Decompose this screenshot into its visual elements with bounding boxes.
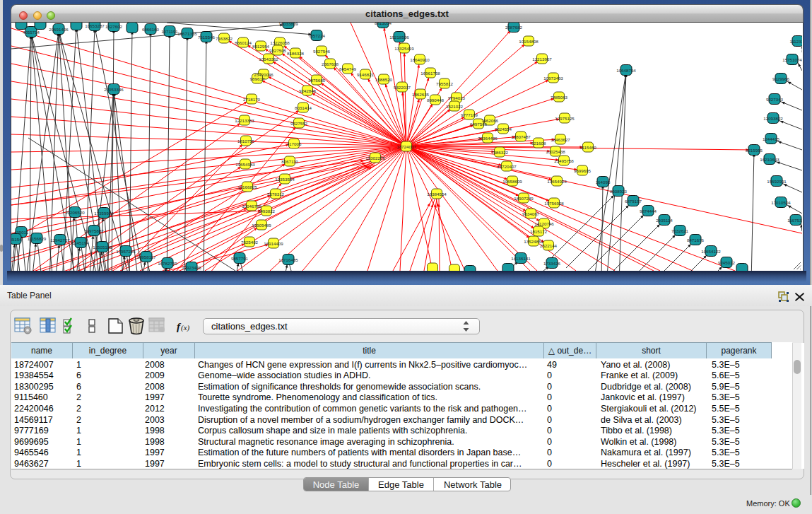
svg-text:17957225: 17957225 [116, 249, 136, 254]
svg-text:1145194: 1145194 [72, 240, 89, 245]
svg-text:12975125: 12975125 [555, 116, 575, 121]
svg-text:20691406: 20691406 [49, 27, 69, 32]
svg-text:13325419: 13325419 [394, 46, 414, 51]
svg-text:18724007: 18724007 [396, 144, 416, 149]
svg-text:12505135: 12505135 [93, 245, 112, 250]
svg-text:16210643: 16210643 [760, 157, 779, 162]
svg-text:8990448: 8990448 [427, 98, 445, 103]
svg-text:10648764: 10648764 [616, 68, 636, 73]
svg-text:17010504: 17010504 [771, 200, 791, 205]
svg-text:20053346: 20053346 [104, 87, 124, 92]
svg-text:12093822: 12093822 [763, 116, 783, 121]
svg-text:19218506: 19218506 [389, 35, 409, 40]
svg-text:7357224: 7357224 [308, 33, 326, 38]
svg-text:10653287: 10653287 [85, 23, 105, 28]
svg-text:7986322: 7986322 [491, 150, 509, 155]
svg-text:10658609: 10658609 [502, 179, 522, 184]
svg-text:6879197: 6879197 [625, 199, 642, 204]
svg-text:1815172: 1815172 [530, 229, 548, 234]
svg-text:2718170: 2718170 [243, 97, 261, 102]
svg-text:6466160: 6466160 [142, 27, 160, 32]
svg-text:16782759: 16782759 [158, 261, 177, 266]
svg-text:1112334: 1112334 [789, 39, 802, 44]
svg-text:10654122: 10654122 [701, 249, 721, 254]
svg-text:9146821: 9146821 [357, 72, 375, 77]
svg-text:10046766: 10046766 [242, 204, 261, 209]
svg-text:8215955: 8215955 [746, 148, 763, 153]
svg-text:19166825: 19166825 [237, 185, 257, 189]
svg-text:9327505: 9327505 [269, 48, 287, 53]
svg-text:11156829: 11156829 [28, 236, 47, 241]
svg-text:4055714: 4055714 [23, 30, 40, 35]
svg-text:18907249: 18907249 [514, 196, 534, 201]
svg-text:16033809: 16033809 [278, 23, 298, 26]
svg-text:989617: 989617 [250, 76, 265, 81]
svg-text:16671355: 16671355 [177, 31, 197, 36]
svg-text:12353594: 12353594 [275, 177, 295, 182]
svg-text:8186328: 8186328 [287, 51, 305, 56]
svg-text:1621022: 1621022 [446, 104, 464, 109]
svg-text:30975887: 30975887 [84, 228, 104, 233]
svg-text:7632621: 7632621 [671, 228, 689, 233]
svg-text:13226058: 13226058 [270, 40, 290, 45]
svg-text:15692991: 15692991 [767, 179, 787, 184]
svg-text:9857791: 9857791 [231, 256, 249, 261]
svg-text:9699695: 9699695 [574, 168, 592, 173]
svg-text:1362635: 1362635 [412, 92, 430, 97]
svg-text:8471676: 8471676 [687, 238, 705, 243]
svg-text:17359924: 17359924 [94, 211, 114, 216]
svg-text:9129966: 9129966 [772, 76, 790, 81]
svg-text:3875685: 3875685 [308, 78, 326, 83]
svg-text:8267110: 8267110 [281, 159, 298, 164]
svg-text:2087682: 2087682 [505, 25, 523, 30]
svg-text:417006: 417006 [287, 141, 302, 146]
svg-text:2367608: 2367608 [322, 62, 339, 66]
svg-text:9777169: 9777169 [461, 112, 478, 117]
svg-text:10958117: 10958117 [136, 255, 156, 259]
svg-text:9242848: 9242848 [299, 88, 317, 93]
svg-text:1244415: 1244415 [763, 136, 780, 141]
svg-text:13654923: 13654923 [547, 179, 567, 184]
svg-text:5578312: 5578312 [267, 192, 285, 197]
svg-text:12923446: 12923446 [182, 265, 201, 270]
svg-text:5322037: 5322037 [394, 85, 411, 90]
svg-text:3624554: 3624554 [495, 127, 512, 132]
svg-text:9227343: 9227343 [766, 97, 784, 102]
svg-text:19756928: 19756928 [544, 201, 564, 206]
svg-text:10543362: 10543362 [259, 57, 278, 62]
svg-text:20364436: 20364436 [478, 136, 498, 141]
svg-text:10025438: 10025438 [546, 149, 565, 154]
svg-text:8454749: 8454749 [339, 66, 357, 71]
svg-text:7955812: 7955812 [436, 81, 454, 86]
svg-text:9327546: 9327546 [313, 49, 331, 54]
svg-text:14120746: 14120746 [534, 221, 554, 226]
svg-text:14136141: 14136141 [511, 256, 531, 261]
svg-text:8660124: 8660124 [235, 40, 252, 45]
svg-text:10807487: 10807487 [511, 134, 531, 139]
svg-text:13716485: 13716485 [278, 257, 298, 262]
svg-text:439011: 439011 [14, 230, 29, 235]
svg-text:9794023: 9794023 [448, 95, 466, 100]
svg-text:7625402: 7625402 [241, 240, 259, 245]
svg-text:8912954: 8912954 [252, 44, 270, 49]
svg-text:7515546: 7515546 [198, 35, 216, 40]
svg-text:3493822: 3493822 [258, 209, 276, 214]
svg-text:15751074: 15751074 [782, 57, 802, 62]
svg-text:1588520: 1588520 [375, 77, 393, 82]
svg-text:9427552: 9427552 [290, 121, 308, 126]
svg-text:10973493: 10973493 [543, 76, 563, 81]
svg-text:15909489: 15909489 [252, 223, 271, 228]
svg-text:9245012: 9245012 [718, 260, 736, 265]
svg-text:164095: 164095 [596, 180, 611, 185]
svg-text:1527602: 1527602 [105, 24, 123, 29]
svg-text:8938923: 8938923 [610, 189, 628, 194]
svg-text:12942757: 12942757 [50, 238, 70, 243]
svg-text:20206520: 20206520 [65, 210, 85, 215]
svg-text:8813054: 8813054 [375, 23, 392, 25]
svg-text:15720407: 15720407 [497, 164, 517, 169]
svg-text:2522144: 2522144 [540, 243, 558, 248]
svg-text:7462066: 7462066 [481, 118, 499, 123]
svg-text:12213967: 12213967 [532, 57, 552, 62]
svg-text:9634067: 9634067 [522, 211, 540, 216]
svg-text:8031414: 8031414 [295, 105, 312, 110]
